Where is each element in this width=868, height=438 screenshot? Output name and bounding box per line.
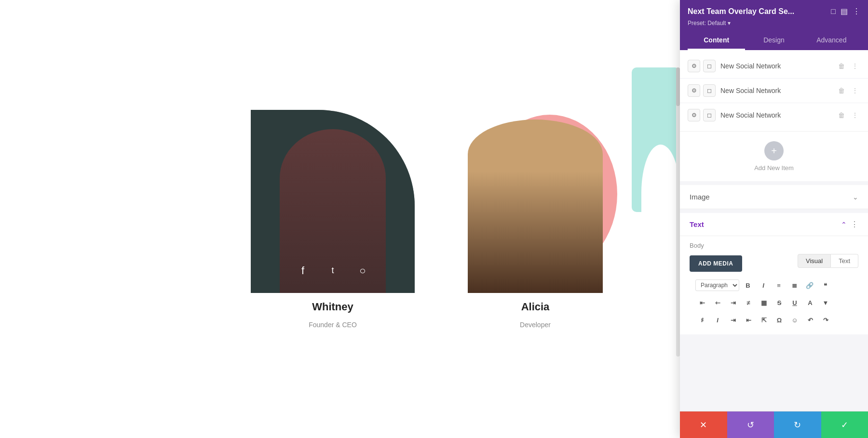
text-more-icon[interactable]: ⋮ xyxy=(851,220,858,229)
network-item-3: ⚙ ◻ New Social Network 🗑 ⋮ xyxy=(680,103,868,127)
item-2-actions: 🗑 ⋮ xyxy=(836,86,860,95)
italic2-button[interactable]: I xyxy=(711,313,724,327)
add-new-circle-btn[interactable]: + xyxy=(764,141,784,160)
body-section: Body ADD MEDIA Visual Text Paragraph Hea… xyxy=(680,236,868,334)
underline-button[interactable]: U xyxy=(788,296,801,309)
text-chevron-up-icon[interactable]: ⌃ xyxy=(841,221,847,228)
save-button[interactable]: ✓ xyxy=(821,411,868,438)
toolbar-row-3: ♯ I ⇥ ⇤ ⇱ Ω ☺ ↶ ↷ xyxy=(690,311,858,329)
undo-button[interactable]: ↺ xyxy=(727,411,774,438)
item-3-settings-icon[interactable]: ⚙ xyxy=(688,109,700,121)
item-3-actions: 🗑 ⋮ xyxy=(836,110,860,120)
instagram-icon[interactable]: ○ xyxy=(355,263,370,279)
item-2-label: New Social Network xyxy=(720,87,831,94)
item-3-icons: ⚙ ◻ xyxy=(688,109,716,121)
twitter-icon[interactable]: t xyxy=(325,263,340,279)
white-shirt-figure xyxy=(641,145,680,241)
item-1-delete-icon[interactable]: 🗑 xyxy=(836,61,847,71)
item-2-delete-icon[interactable]: 🗑 xyxy=(836,86,847,95)
tab-visual[interactable]: Visual xyxy=(798,254,831,268)
justify-button[interactable]: ≠ xyxy=(742,296,755,309)
image-section-header[interactable]: Image ⌄ xyxy=(680,185,868,209)
scrollbar-track[interactable] xyxy=(676,67,680,357)
bold-button[interactable]: B xyxy=(741,279,755,292)
paste-button[interactable]: ♯ xyxy=(695,313,709,327)
item-3-copy-icon[interactable]: ◻ xyxy=(703,109,716,121)
panel-body: ⚙ ◻ New Social Network 🗑 ⋮ ⚙ ◻ New Socia… xyxy=(680,50,868,411)
panel-header-icons: □ ▤ ⋮ xyxy=(831,7,860,16)
item-1-label: New Social Network xyxy=(720,62,831,70)
table-button[interactable]: ▦ xyxy=(757,296,771,309)
network-items-list: ⚙ ◻ New Social Network 🗑 ⋮ ⚙ ◻ New Socia… xyxy=(680,50,868,132)
item-1-icons: ⚙ ◻ xyxy=(688,60,716,72)
text-section: Text ⌃ ⋮ Body ADD MEDIA Visual Text xyxy=(680,213,868,334)
alicia-card: Alicia Developer xyxy=(453,110,617,329)
undo-editor-button[interactable]: ↶ xyxy=(803,313,817,327)
item-2-more-icon[interactable]: ⋮ xyxy=(850,86,860,95)
panel-header: Next Team Overlay Card Se... □ ▤ ⋮ Prese… xyxy=(680,0,868,50)
more-icon[interactable]: ⋮ xyxy=(853,7,860,16)
item-3-more-icon[interactable]: ⋮ xyxy=(850,110,860,120)
text-section-icons: ⌃ ⋮ xyxy=(841,220,858,229)
alicia-figure xyxy=(468,119,603,293)
panel-preset[interactable]: Preset: Default ▾ xyxy=(688,20,860,27)
ordered-list-button[interactable]: ≣ xyxy=(787,279,801,292)
item-3-delete-icon[interactable]: 🗑 xyxy=(836,110,847,120)
item-2-copy-icon[interactable]: ◻ xyxy=(703,84,716,97)
alicia-name: Alicia xyxy=(521,301,550,313)
alicia-title: Developer xyxy=(520,321,551,329)
toolbar-row-2: ⇤ ⇽ ⇥ ≠ ▦ S U A ▼ xyxy=(690,294,858,311)
panel-header-top: Next Team Overlay Card Se... □ ▤ ⋮ xyxy=(688,7,860,16)
emoji-button[interactable]: ☺ xyxy=(788,313,801,327)
network-item-2: ⚙ ◻ New Social Network 🗑 ⋮ xyxy=(680,79,868,103)
panel-title: Next Team Overlay Card Se... xyxy=(688,7,831,16)
font-color-dropdown[interactable]: ▼ xyxy=(819,296,832,309)
align-center-button[interactable]: ⇽ xyxy=(711,296,724,309)
whitney-image-container: f t ○ xyxy=(251,110,415,293)
item-2-icons: ⚙ ◻ xyxy=(688,84,716,97)
align-right-button[interactable]: ⇥ xyxy=(726,296,740,309)
social-icons-overlay: f t ○ xyxy=(251,263,415,279)
tab-content[interactable]: Content xyxy=(688,31,745,50)
item-1-more-icon[interactable]: ⋮ xyxy=(850,61,860,71)
image-section: Image ⌄ xyxy=(680,185,868,209)
paragraph-select[interactable]: Paragraph Heading 1 Heading 2 xyxy=(695,279,739,291)
blockquote-button[interactable]: ❝ xyxy=(818,279,832,292)
item-3-label: New Social Network xyxy=(720,111,831,119)
item-2-settings-icon[interactable]: ⚙ xyxy=(688,84,700,97)
tab-advanced[interactable]: Advanced xyxy=(803,31,860,50)
add-new-item[interactable]: + Add New Item xyxy=(680,132,868,181)
text-section-title: Text xyxy=(690,220,704,228)
body-label: Body xyxy=(690,242,858,249)
grid-icon[interactable]: ▤ xyxy=(841,7,848,16)
editor-tabs: Visual Text xyxy=(798,254,858,268)
panel-tabs: Content Design Advanced xyxy=(688,31,860,50)
editor-panel: Next Team Overlay Card Se... □ ▤ ⋮ Prese… xyxy=(680,0,868,438)
add-new-label: Add New Item xyxy=(754,164,794,172)
font-color-button[interactable]: A xyxy=(803,296,817,309)
alicia-image-container xyxy=(453,110,617,293)
tab-text[interactable]: Text xyxy=(831,254,858,268)
fullscreen-button[interactable]: ⇱ xyxy=(757,313,771,327)
link-button[interactable]: 🔗 xyxy=(803,279,816,292)
unordered-list-button[interactable]: ≡ xyxy=(772,279,786,292)
redo-editor-button[interactable]: ↷ xyxy=(819,313,832,327)
whitney-card: f t ○ Whitney Founder & CEO xyxy=(251,110,415,329)
item-1-settings-icon[interactable]: ⚙ xyxy=(688,60,700,72)
align-left-button[interactable]: ⇤ xyxy=(695,296,709,309)
tab-design[interactable]: Design xyxy=(745,31,802,50)
screenshot-icon[interactable]: □ xyxy=(831,7,836,16)
image-section-chevron-icon[interactable]: ⌄ xyxy=(853,193,858,201)
item-1-copy-icon[interactable]: ◻ xyxy=(703,60,716,72)
cancel-button[interactable]: ✕ xyxy=(680,411,727,438)
italic-button[interactable]: I xyxy=(757,279,770,292)
panel-footer: ✕ ↺ ↻ ✓ xyxy=(680,411,868,438)
facebook-icon[interactable]: f xyxy=(295,263,311,279)
indent-button[interactable]: ⇥ xyxy=(726,313,740,327)
scrollbar-thumb[interactable] xyxy=(676,67,680,106)
add-media-button[interactable]: ADD MEDIA xyxy=(690,255,742,272)
redo-button[interactable]: ↻ xyxy=(774,411,821,438)
special-char-button[interactable]: Ω xyxy=(773,313,786,327)
outdent-button[interactable]: ⇤ xyxy=(742,313,755,327)
strikethrough-button[interactable]: S xyxy=(773,296,786,309)
